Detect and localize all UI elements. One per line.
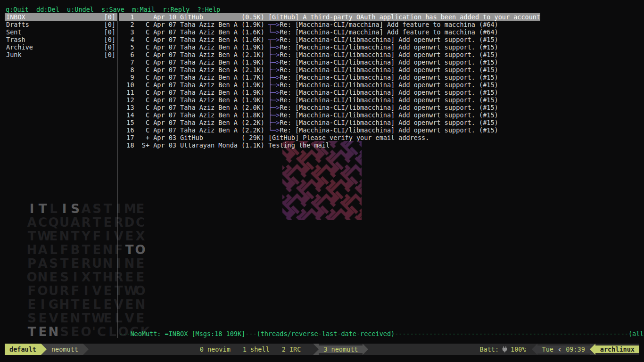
wordclock-letter: M xyxy=(124,202,135,216)
tmux-window-label: 1 shell xyxy=(243,346,270,353)
wordclock-letter: T xyxy=(91,270,102,284)
mail-row[interactable]: 15 C Apr 07 Taha Aziz Ben A (2.2K) ├─>Re… xyxy=(119,119,498,126)
sidebar-item-drafts[interactable]: Drafts[0] xyxy=(5,21,117,28)
mail-row[interactable]: 12 C Apr 07 Taha Aziz Ben A (1.9K) ├─>Re… xyxy=(119,96,498,104)
wordclock-letter: N xyxy=(135,297,146,312)
mail-row[interactable]: 14 C Apr 07 Taha Aziz Ben A (1.8K) ├─>Re… xyxy=(119,111,498,119)
mail-subject: Re: [Macchina-CLI/libmacchina] Add openw… xyxy=(280,43,498,51)
wordclock-letter: I xyxy=(37,297,48,312)
mail-index: 1 Apr 10 GitHub (0.5K) [GitHub] A third-… xyxy=(119,13,540,149)
wordclock-letter: T xyxy=(91,215,102,230)
tmux-window-2-IRC[interactable]: 2 IRC xyxy=(282,344,301,355)
wordclock-letter: E xyxy=(102,311,113,325)
sidebar-item-inbox[interactable]: INBOX[0] xyxy=(5,13,117,21)
mail-row[interactable]: 4 C Apr 07 Taha Aziz Ben A (1.6K) ┬─>Re:… xyxy=(119,36,498,43)
wordclock-letter: E xyxy=(124,297,135,312)
thread-arrow-icon: ├─> xyxy=(268,81,280,89)
mail-row-meta: 3 C Apr 07 Taha Aziz Ben A (1.6K) xyxy=(119,28,268,36)
wordclock-row: ACQUARTERDC xyxy=(26,215,150,229)
wordclock-letter: L xyxy=(91,297,102,312)
mail-row[interactable]: 9 C Apr 07 Taha Aziz Ben A (1.7K) ├─>Re:… xyxy=(119,74,498,81)
wordclock-letter: U xyxy=(91,256,102,271)
wordclock-letter: S xyxy=(91,202,102,216)
mail-row[interactable]: 17 + Apr 03 GitHub ( 29K) [GitHub] Pleas… xyxy=(119,134,429,141)
wordclock-letter: E xyxy=(124,270,135,284)
wordclock-letter: U xyxy=(59,215,70,230)
sidebar-item-archive[interactable]: Archive[0] xyxy=(5,43,117,51)
wordclock-row: EIGHTELEVEN xyxy=(26,297,150,311)
mail-row[interactable]: 7 C Apr 07 Taha Aziz Ben A (1.9K) ├─>Re:… xyxy=(119,58,498,66)
thread-arrow-icon: ┬─> xyxy=(268,36,280,43)
mail-row[interactable]: 5 C Apr 07 Taha Aziz Ben A (1.9K) ├─>Re:… xyxy=(119,43,498,51)
sidebar-item-trash[interactable]: Trash[0] xyxy=(5,36,117,43)
wordclock-letter: R xyxy=(81,215,91,230)
wordclock-letter: S xyxy=(26,311,37,325)
mail-subject: [GitHub] Please verify your email addres… xyxy=(268,134,429,141)
mail-row[interactable]: 3 C Apr 07 Taha Aziz Ben A (1.6K) └─>Re:… xyxy=(119,28,498,36)
wordclock-row: SEVENTWELVE xyxy=(26,311,150,325)
tmux-day: Tue xyxy=(542,346,553,353)
wordclock-letter: E xyxy=(124,229,135,243)
powerline-arrow-icon xyxy=(532,344,537,355)
mail-row-meta: 11 C Apr 07 Taha Aziz Ben A (1.9K) xyxy=(119,89,268,96)
wordclock-letter: I xyxy=(113,256,124,271)
mail-row[interactable]: 2 C Apr 07 Taha Aziz Ben A (1.9K) ┬─>Re:… xyxy=(119,21,498,28)
mail-subject: Re: [Macchina-CLI/libmacchina] Add openw… xyxy=(280,104,498,111)
mail-row-meta: 17 + Apr 03 GitHub ( 29K) xyxy=(119,134,268,141)
mail-row[interactable]: 13 C Apr 07 Taha Aziz Ben A (2.0K) ├─>Re… xyxy=(119,104,498,111)
thread-arrow-icon: ├─> xyxy=(268,51,280,58)
wordclock-row: TWENTYFIVEX xyxy=(26,229,150,243)
tmux-right-zone: Batt: 100% Tue ‹ 09:39 archlinux xyxy=(479,344,639,355)
mail-subject: Re: [Macchina-CLI/macchina] Add feature … xyxy=(280,28,498,36)
wordclock-letter: C xyxy=(135,215,146,230)
mail-row[interactable]: 18 S+ Apr 03 Uttarayan Monda (1.1K) Test… xyxy=(119,141,330,149)
maze-artwork xyxy=(282,141,362,222)
powerline-arrow-icon xyxy=(363,344,368,355)
mailbox-count: [0] xyxy=(104,51,116,58)
wordclock-letter: L xyxy=(107,325,118,339)
mail-row-meta: 7 C Apr 07 Taha Aziz Ben A (1.9K) xyxy=(119,58,268,66)
wordclock-letter: T xyxy=(59,256,70,271)
mail-row-meta: 2 C Apr 07 Taha Aziz Ben A (1.9K) xyxy=(119,21,268,28)
mail-row[interactable]: 11 C Apr 07 Taha Aziz Ben A (1.9K) ├─>Re… xyxy=(119,89,498,96)
wordclock-letter: T xyxy=(70,229,81,243)
wordclock-letter: R xyxy=(59,284,70,298)
mailbox-count: [0] xyxy=(104,28,116,36)
mail-row[interactable]: 1 Apr 10 GitHub (0.5K) [GitHub] A third-… xyxy=(119,13,540,21)
thread-arrow-icon: ├─> xyxy=(268,43,280,51)
tmux-window-1-shell[interactable]: 1 shell xyxy=(243,344,270,355)
mail-row[interactable]: 16 C Apr 07 Taha Aziz Ben A (2.2K) └─>Re… xyxy=(119,126,498,134)
mailbox-count: [0] xyxy=(104,13,116,21)
wordclock-letter: R xyxy=(113,215,124,230)
wordclock-letter: F xyxy=(113,243,124,257)
sidebar-item-sent[interactable]: Sent[0] xyxy=(5,28,117,36)
thread-arrow-icon: └─> xyxy=(268,28,280,36)
mail-subject: Re: [Macchina-CLI/libmacchina] Add openw… xyxy=(280,96,498,104)
sidebar-item-junk[interactable]: Junk[0] xyxy=(5,51,117,58)
wordclock-letter: N xyxy=(48,325,59,339)
tmux-window-0-neovim[interactable]: 0 neovim xyxy=(200,344,231,355)
thread-arrow-icon: ├─> xyxy=(268,96,280,104)
tmux-time: 09:39 xyxy=(566,346,585,353)
tmux-window-3-neomutt[interactable]: 3 neomutt xyxy=(313,344,368,355)
tmux-clock-segment: Tue ‹ 09:39 xyxy=(537,346,590,354)
wordclock-letter: ' xyxy=(91,325,96,339)
wordclock-letter: F xyxy=(91,229,102,243)
wordclock-letter: A xyxy=(81,202,91,216)
wordclock-letter: E xyxy=(135,256,146,271)
tmux-session-name[interactable]: default xyxy=(5,344,41,355)
mail-row[interactable]: 6 C Apr 07 Taha Aziz Ben A (2.1K) ├─>Re:… xyxy=(119,51,498,58)
mail-subject: [GitHub] A third-party OAuth application… xyxy=(268,13,540,21)
wordclock-letter: H xyxy=(59,297,70,312)
wordclock-letter: Q xyxy=(48,215,59,230)
wordclock-letter: A xyxy=(37,243,48,257)
wordclock-letter: E xyxy=(59,311,70,325)
wordclock-letter: E xyxy=(48,229,59,243)
wordclock-letter: E xyxy=(102,284,113,298)
wordclock-letter: T xyxy=(81,311,91,325)
mail-row[interactable]: 10 C Apr 07 Taha Aziz Ben A (1.9K) ├─>Re… xyxy=(119,81,498,89)
wordclock-letter: U xyxy=(48,284,59,298)
powerline-arrow-icon xyxy=(41,344,47,355)
mail-row[interactable]: 8 C Apr 07 Taha Aziz Ben A (2.1K) ├─>Re:… xyxy=(119,66,498,74)
wordclock-letter: O xyxy=(135,284,146,298)
